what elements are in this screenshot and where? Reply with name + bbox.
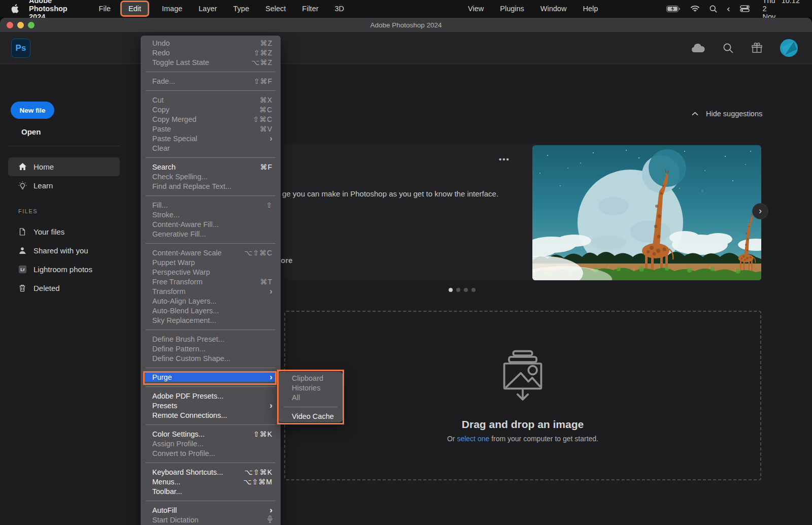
avatar[interactable] bbox=[780, 39, 798, 57]
menu-shortcut: ⇧⌘Z bbox=[254, 49, 273, 57]
submenu-item-video-cache[interactable]: Video Cache bbox=[279, 411, 343, 421]
carousel-dot-1[interactable] bbox=[449, 288, 453, 292]
menu-item-autofill[interactable]: AutoFill› bbox=[141, 505, 281, 515]
menu-item-fade: Fade...⇧⌘F bbox=[141, 76, 281, 86]
submenu-item-clipboard: Clipboard bbox=[279, 373, 343, 383]
menu-item-remote-connections[interactable]: Remote Connections... bbox=[141, 410, 281, 420]
menu-item-label: Copy Merged bbox=[152, 115, 196, 123]
submenu-chevron-icon: › bbox=[269, 507, 273, 514]
menubar-item-type[interactable]: Type bbox=[231, 2, 251, 15]
sidebar-files-nav: Your filesShared with youLrLightroom pho… bbox=[8, 222, 120, 298]
menu-separator bbox=[146, 195, 276, 196]
suggestion-card[interactable]: ••• ge you can make in Photoshop as you … bbox=[284, 144, 761, 280]
menu-item-label: Fill... bbox=[152, 201, 168, 209]
photoshop-logo: Ps bbox=[11, 39, 30, 58]
menubar-item-plugins[interactable]: Plugins bbox=[498, 2, 526, 15]
menu-item-search[interactable]: Search⌘F bbox=[141, 162, 281, 172]
window-titlebar[interactable]: Adobe Photoshop 2024 bbox=[0, 18, 812, 32]
image-drop-icon bbox=[494, 348, 551, 409]
open-button[interactable]: Open bbox=[21, 127, 41, 136]
menu-shortcut: ⇧⌘C bbox=[253, 115, 273, 123]
menu-separator bbox=[146, 368, 276, 368]
chevron-right-icon: › bbox=[759, 206, 762, 216]
traffic-lights bbox=[7, 18, 39, 32]
gift-icon[interactable] bbox=[751, 42, 763, 54]
menubar-item-view[interactable]: View bbox=[466, 2, 486, 15]
close-window-button[interactable] bbox=[7, 22, 13, 28]
files-section-label: FILES bbox=[18, 208, 38, 214]
menubar-item-file[interactable]: File bbox=[97, 2, 113, 15]
menu-item-label: Auto-Align Layers... bbox=[152, 297, 217, 305]
menu-separator bbox=[284, 407, 337, 407]
menu-item-menus[interactable]: Menus...⌥⇧⌘M bbox=[141, 477, 281, 486]
sidebar-item-learn[interactable]: Learn bbox=[8, 176, 120, 195]
menubar-status-icons: ‹ bbox=[657, 5, 749, 13]
sidebar-item-home[interactable]: Home bbox=[8, 157, 120, 176]
purge-submenu: ClipboardHistoriesAllVideo Cache bbox=[279, 372, 343, 422]
sidebar-item-deleted[interactable]: Deleted bbox=[8, 279, 120, 298]
menu-item-purge[interactable]: Purge› bbox=[143, 372, 278, 382]
sidebar-item-shared-with-you[interactable]: Shared with you bbox=[8, 241, 120, 260]
cloud-icon[interactable] bbox=[691, 43, 705, 53]
hide-suggestions-button[interactable]: Hide suggestions bbox=[692, 110, 762, 118]
file-icon bbox=[18, 227, 27, 236]
purge-submenu-list: ClipboardHistoriesAllVideo Cache bbox=[279, 373, 343, 421]
people-icon bbox=[18, 246, 27, 255]
search-icon[interactable] bbox=[723, 43, 734, 54]
card-image-giraffes[interactable] bbox=[532, 145, 761, 280]
carousel-dot-2[interactable] bbox=[456, 288, 460, 292]
ellipsis-icon[interactable]: ••• bbox=[499, 155, 510, 163]
menu-shortcut: ⌘X bbox=[260, 96, 273, 104]
menubar-item-help[interactable]: Help bbox=[581, 2, 600, 15]
menu-item-label: Adobe PDF Presets... bbox=[152, 392, 223, 400]
control-center-icon[interactable] bbox=[740, 5, 750, 12]
sidebar-item-lightroom-photos[interactable]: LrLightroom photos bbox=[8, 260, 120, 279]
screen: Adobe Photoshop 2024 FileEditImageLayerT… bbox=[0, 0, 812, 525]
menu-item-label: Transform bbox=[152, 287, 186, 296]
wifi-icon[interactable] bbox=[690, 5, 700, 12]
menu-item-color-settings[interactable]: Color Settings...⇧⌘K bbox=[141, 429, 281, 439]
minimize-window-button[interactable] bbox=[17, 22, 24, 28]
submenu-chevron-icon: › bbox=[269, 374, 273, 381]
menu-item-content-aware-fill: Content-Aware Fill... bbox=[141, 219, 281, 229]
select-one-link[interactable]: select one bbox=[457, 435, 489, 443]
menu-item-label: Free Transform bbox=[152, 278, 202, 286]
trash-icon bbox=[18, 284, 27, 292]
carousel-next-button[interactable]: › bbox=[752, 203, 768, 219]
menu-item-label: Find and Replace Text... bbox=[152, 182, 231, 190]
carousel-dot-4[interactable] bbox=[471, 288, 476, 292]
chevron-up-icon bbox=[692, 112, 698, 116]
submenu-chevron-icon: › bbox=[269, 402, 273, 409]
chevron-left-icon[interactable]: ‹ bbox=[727, 6, 730, 11]
menubar-item-window[interactable]: Window bbox=[538, 2, 569, 15]
menubar-item-layer[interactable]: Layer bbox=[196, 2, 219, 15]
carousel-dot-3[interactable] bbox=[464, 288, 468, 292]
sidebar-item-your-files[interactable]: Your files bbox=[8, 222, 120, 241]
card-button-fragment[interactable]: ore bbox=[281, 256, 292, 265]
search-icon[interactable] bbox=[709, 5, 717, 13]
new-file-button[interactable]: New file bbox=[11, 102, 54, 119]
menu-item-presets[interactable]: Presets› bbox=[141, 401, 281, 410]
menu-item-label: Histories bbox=[292, 384, 320, 392]
zoom-window-button[interactable] bbox=[28, 22, 35, 28]
menu-item-toolbar[interactable]: Toolbar... bbox=[141, 486, 281, 496]
sidebar: New file Open HomeLearn FILES Your files… bbox=[0, 64, 132, 525]
menu-item-keyboard-shortcuts[interactable]: Keyboard Shortcuts...⌥⇧⌘K bbox=[141, 467, 281, 477]
menu-item-auto-align-layers: Auto-Align Layers... bbox=[141, 296, 281, 306]
menu-shortcut: ⌥⇧⌘K bbox=[245, 468, 273, 476]
home-icon bbox=[18, 162, 27, 171]
menu-item-adobe-pdf-presets[interactable]: Adobe PDF Presets... bbox=[141, 391, 281, 401]
menu-item-label: Perspective Warp bbox=[152, 268, 210, 276]
menubar-item-edit[interactable]: Edit bbox=[122, 2, 148, 15]
menubar-item-image[interactable]: Image bbox=[160, 2, 184, 15]
carousel-dots bbox=[449, 288, 479, 292]
menubar-item-filter[interactable]: Filter bbox=[300, 2, 320, 15]
hide-suggestions-label: Hide suggestions bbox=[706, 110, 762, 118]
menu-item-label: Search bbox=[152, 163, 176, 171]
menu-shortcut: ⌥⌘Z bbox=[251, 58, 273, 67]
apple-logo-icon[interactable] bbox=[11, 4, 19, 13]
menubar-item-select[interactable]: Select bbox=[263, 2, 288, 15]
battery-charging-icon[interactable] bbox=[666, 6, 681, 12]
menubar-item-3d[interactable]: 3D bbox=[333, 2, 347, 15]
image-dropzone[interactable]: Drag and drop an image Or select one fro… bbox=[284, 311, 761, 480]
